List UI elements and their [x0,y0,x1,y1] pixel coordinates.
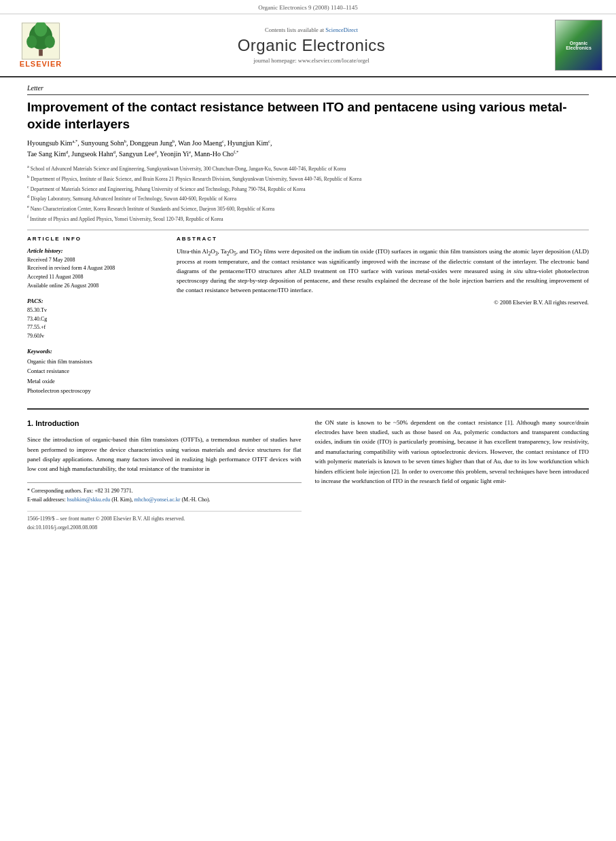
issn-line: 1566-1199/$ – see front matter © 2008 El… [27,515,302,524]
author-1-sup: a,* [72,139,77,143]
elsevier-logo: ELSEVIER [14,22,68,68]
affiliation-c: c Department of Materials Science and En… [27,183,589,193]
author-10: , Mann-Ho Cho [191,150,234,158]
main-content: 1. Introduction Since the introduction o… [27,408,589,533]
abstract-heading: ABSTRACT [177,236,589,242]
svg-rect-2 [39,50,43,56]
author-7: , Jungseok Hahn [68,150,113,158]
pacs-2: 73.40.Cg [27,315,163,324]
keyword-4: Photoelectron spectroscopy [27,386,163,395]
email-link-1[interactable]: hsubkim@skku.edu [67,497,111,503]
author-3: , Donggeun Jung [126,140,173,147]
info-abstract-section: ARTICLE INFO Article history: Received 7… [27,230,589,396]
pacs-4: 79.60Jv [27,332,163,341]
elsevier-brand: ELSEVIER [20,60,62,68]
accepted-date: Accepted 11 August 2008 [27,273,163,282]
journal-cover: OrganicElectronics [555,20,602,71]
elsevier-tree-icon [20,22,61,60]
svg-point-4 [26,35,37,48]
article-body: Letter Improvement of the contact resist… [0,77,616,546]
main-col-right: the ON state is known to be ~50% depende… [315,418,590,533]
author-5: , Hyungjun Kim [224,140,268,147]
abstract-text: Ultra-thin Al2O3, Ta2O5, and TiO2 films … [177,247,589,296]
intro-paragraph-1: Since the introduction of organic-based … [27,435,302,474]
journal-title-center: Contents lists available at ScienceDirec… [75,26,548,64]
author-2: , Sunyoung Sohn [77,140,124,147]
author-4: , Wan Joo Maeng [175,140,222,147]
bottom-info: 1566-1199/$ – see front matter © 2008 El… [27,511,302,533]
sciencedirect-link[interactable]: ScienceDirect [325,26,358,33]
affiliation-d: d Display Laboratory, Samsung Advanced I… [27,193,589,202]
footnote-email: E-mail addresses: hsubkim@skku.edu (H. K… [27,496,302,505]
abstract-col: ABSTRACT Ultra-thin Al2O3, Ta2O5, and Ti… [177,236,589,396]
main-col-left: 1. Introduction Since the introduction o… [27,418,302,533]
journal-homepage: journal homepage: www.elsevier.com/locat… [75,57,548,64]
copyright: © 2008 Elsevier B.V. All rights reserved… [177,299,589,306]
authors: Hyoungsub Kima,*, Sunyoung Sohnb, Dongge… [27,138,589,159]
top-bar: Organic Electronics 9 (2008) 1140–1145 [0,0,616,14]
pacs-heading: PACS: [27,298,163,304]
email-link-2[interactable]: mhcho@yonsei.ac.kr [134,497,181,503]
page-wrapper: Organic Electronics 9 (2008) 1140–1145 [0,0,616,841]
author-6: Tae Sang Kim [27,150,66,158]
journal-title: Organic Electronics [75,36,548,55]
sciencedirect-line: Contents lists available at ScienceDirec… [75,26,548,33]
journal-header: ELSEVIER Contents lists available at Sci… [0,14,616,77]
pacs-3: 77.55.+f [27,323,163,332]
history-label: Article history: [27,247,163,254]
doi-line: doi:10.1016/j.orgel.2008.08.008 [27,524,302,533]
affiliations: a School of Advanced Materials Science a… [27,163,589,223]
article-info-heading: ARTICLE INFO [27,236,163,242]
keyword-2: Contact resistance [27,366,163,376]
affiliation-a: a School of Advanced Materials Science a… [27,163,589,173]
author-10-sup: f,* [234,149,238,154]
keyword-3: Metal oxide [27,376,163,386]
author-1: Hyoungsub Kim [27,140,72,147]
keywords-heading: Keywords: [27,348,163,355]
article-type: Letter [27,84,589,95]
available-date: Available online 26 August 2008 [27,282,163,291]
pacs-section: PACS: 85.30.Tv 73.40.Cg 77.55.+f 79.60Jv [27,298,163,341]
affiliation-f: f Institute of Physics and Applied Physi… [27,213,589,223]
svg-point-5 [45,35,55,48]
article-title: Improvement of the contact resistance be… [27,99,589,132]
footnote-divider: * Corresponding authors. Fax: +82 31 290… [27,482,302,505]
intro-title: 1. Introduction [27,418,302,430]
journal-citation: Organic Electronics 9 (2008) 1140–1145 [258,4,358,11]
affiliation-b: b Department of Physics, Institute of Ba… [27,173,589,183]
affiliation-e: e Nano Characterization Center, Korea Re… [27,203,589,213]
keywords-section: Keywords: Organic thin film transistors … [27,348,163,396]
intro-paragraph-2: the ON state is known to be ~50% depende… [315,418,590,486]
author-8: , Sangyun Lee [115,150,155,158]
footnote-corresponding: * Corresponding authors. Fax: +82 31 290… [27,487,302,496]
article-info-col: ARTICLE INFO Article history: Received 7… [27,236,163,396]
keyword-1: Organic thin film transistors [27,357,163,366]
revised-date: Received in revised form 4 August 2008 [27,264,163,273]
received-date: Received 7 May 2008 [27,256,163,265]
pacs-1: 85.30.Tv [27,306,163,315]
author-9: , Yeonjin Yi [157,150,189,158]
